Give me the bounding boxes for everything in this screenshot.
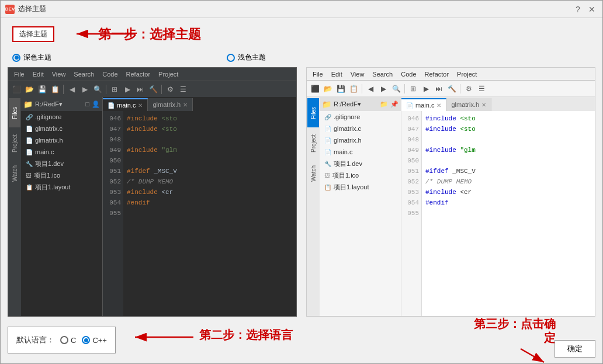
dark-file-panel-person[interactable]: 👤	[92, 100, 100, 108]
light-menu-refactor[interactable]: Refactor	[421, 70, 453, 79]
light-menu-bar: File Edit View Search Code Refactor Proj…	[307, 68, 595, 81]
file-icon-glmatrixh: 📄	[26, 137, 33, 144]
light-menu-project[interactable]: Project	[453, 70, 480, 79]
dark-toolbar-step[interactable]: ⏭	[134, 84, 146, 95]
light-file-gitignore[interactable]: 🔗.gitignore	[320, 111, 401, 123]
dark-toolbar-new[interactable]: ⬛	[11, 84, 22, 95]
dark-menu-code[interactable]: Code	[99, 70, 121, 79]
dark-toolbar-extra[interactable]: ⚙	[164, 84, 176, 95]
cpp-radio-label[interactable]: C++	[82, 336, 107, 345]
c-radio-label-text: C	[71, 336, 76, 345]
light-menu-edit[interactable]: Edit	[328, 70, 346, 79]
dark-file-dev[interactable]: 🔧项目1.dev	[21, 158, 102, 169]
dark-toolbar-save[interactable]: 💾	[36, 84, 48, 95]
light-toolbar-grid[interactable]: ⊞	[407, 83, 419, 95]
light-toolbar-run[interactable]: ▶	[420, 83, 432, 95]
close-button[interactable]: ✕	[586, 4, 598, 15]
light-toolbar-open[interactable]: 📂	[322, 83, 334, 95]
dark-menu-file[interactable]: File	[11, 70, 28, 79]
dark-toolbar-build[interactable]: 🔨	[147, 84, 159, 95]
dark-toolbar-run[interactable]: ▶	[122, 84, 133, 95]
light-tab-mainc[interactable]: 📄 main.c ✕	[401, 98, 446, 111]
light-toolbar-step[interactable]: ⏭	[433, 83, 445, 95]
dark-toolbar-saveall[interactable]: 📋	[49, 84, 61, 95]
dark-file-glmatrixh[interactable]: 📄glmatrix.h	[21, 134, 102, 146]
confirm-button[interactable]: 确定	[555, 340, 595, 358]
dark-ide-panel: File Edit View Search Code Refactor Proj…	[8, 67, 297, 317]
code-line-054: #endif	[127, 197, 293, 208]
dark-tab-glmatrixh[interactable]: glmatrix.h ✕	[148, 98, 193, 111]
light-file-list: 🔗.gitignore 📄glmatrix.c 📄glmatrix.h 📄mai…	[320, 111, 401, 316]
light-code-line-052: /* DUMP MEMO	[425, 176, 591, 187]
light-watch-tab[interactable]: Watch	[307, 159, 319, 188]
light-file-panel-pin[interactable]: 📌	[390, 100, 398, 108]
dark-tab-glmatrixh-close[interactable]: ✕	[183, 102, 188, 108]
light-file-ico[interactable]: 🖼项目1.ico	[320, 169, 401, 181]
light-project-tab[interactable]: Project	[307, 129, 319, 158]
choose-theme-button[interactable]: 选择主题	[12, 26, 54, 42]
dark-file-panel-header: 📁 R:/RedF▾ □ 👤	[21, 97, 102, 111]
dark-file-glmatrixc[interactable]: 📄glmatrix.c	[21, 123, 102, 134]
light-toolbar-save[interactable]: 💾	[335, 83, 346, 95]
light-toolbar-fwd[interactable]: ▶	[377, 83, 389, 95]
light-toolbar-build[interactable]: 🔨	[446, 83, 458, 95]
dark-menu-project[interactable]: Project	[155, 70, 182, 79]
dark-menu-edit[interactable]: Edit	[29, 70, 47, 79]
dark-watch-tab[interactable]: Watch	[9, 159, 20, 188]
light-tab-glmatrixh-close[interactable]: ✕	[481, 102, 486, 108]
light-file-mainc[interactable]: 📄main.c	[320, 146, 401, 158]
light-code-line-049: #include "glm	[425, 145, 591, 155]
dark-toolbar-zoom[interactable]: 🔍	[92, 84, 103, 95]
dark-toolbar-back[interactable]: ◀	[66, 84, 78, 95]
light-menu-code[interactable]: Code	[397, 70, 420, 79]
light-files-tab[interactable]: Files	[307, 98, 319, 127]
dark-file-gitignore[interactable]: 🔗.gitignore	[21, 111, 102, 123]
dark-tab-mainc-close[interactable]: ✕	[138, 102, 143, 109]
light-file-icon-gitignore: 🔗	[324, 114, 331, 120]
dark-file-ico[interactable]: 🖼项目1.ico	[21, 169, 102, 181]
light-file-glmatrixh[interactable]: 📄glmatrix.h	[320, 134, 401, 146]
dark-files-tab[interactable]: Files	[9, 98, 20, 127]
dark-file-panel-new[interactable]: □	[85, 100, 89, 108]
dark-tab-mainc[interactable]: 📄 main.c ✕	[103, 98, 148, 111]
light-tab-glmatrixh[interactable]: glmatrix.h ✕	[446, 98, 491, 111]
help-button[interactable]: ?	[572, 4, 584, 15]
dark-file-layout[interactable]: 📋项目1.layout	[21, 181, 102, 193]
dark-toolbar-open[interactable]: 📂	[23, 84, 35, 95]
light-tab-mainc-close[interactable]: ✕	[436, 102, 441, 109]
light-toolbar-new[interactable]: ⬛	[309, 83, 321, 95]
light-toolbar-zoom[interactable]: 🔍	[390, 83, 402, 95]
light-menu-file[interactable]: File	[309, 70, 327, 79]
light-theme-label: 浅色主题	[238, 53, 266, 63]
dark-toolbar-grid[interactable]: ⊞	[109, 84, 120, 95]
dark-toolbar-list[interactable]: ☰	[177, 84, 189, 95]
light-code-line-047: #include <sto	[425, 124, 591, 134]
light-file-layout[interactable]: 📋项目1.layout	[320, 181, 401, 193]
light-theme-radio[interactable]: 浅色主题	[227, 53, 266, 63]
dark-menu-refactor[interactable]: Refactor	[123, 70, 154, 79]
light-menu-search[interactable]: Search	[369, 70, 396, 79]
light-menu-view[interactable]: View	[347, 70, 368, 79]
dark-menu-search[interactable]: Search	[70, 70, 98, 79]
light-toolbar-list[interactable]: ☰	[476, 83, 487, 95]
c-radio-label[interactable]: C	[60, 336, 76, 345]
dark-project-tab[interactable]: Project	[9, 129, 20, 158]
light-toolbar-extra[interactable]: ⚙	[463, 83, 474, 95]
code-line-052: /* DUMP MEMO	[127, 176, 293, 187]
light-toolbar-saveall[interactable]: 📋	[348, 83, 359, 95]
main-dialog: DEV 选择主题 ? ✕ 选择主题 第一步：选择主题 深色主题	[0, 0, 603, 364]
dark-file-mainc[interactable]: 📄main.c	[21, 146, 102, 158]
dark-toolbar-fwd[interactable]: ▶	[79, 84, 91, 95]
dark-menu-view[interactable]: View	[48, 70, 70, 79]
light-file-panel-new[interactable]: 📁	[380, 100, 388, 108]
light-file-glmatrixc[interactable]: 📄glmatrix.c	[320, 123, 401, 134]
dark-code-lines: #include <sto #include <sto #include "gl…	[123, 111, 296, 316]
dark-theme-radio[interactable]: 深色主题	[12, 53, 51, 63]
titlebar-controls: ? ✕	[572, 4, 598, 15]
light-toolbar-back[interactable]: ◀	[365, 83, 376, 95]
titlebar: DEV 选择主题 ? ✕	[1, 1, 602, 18]
language-label: 默认语言：	[16, 335, 54, 345]
light-file-dev[interactable]: 🔧项目1.dev	[320, 158, 401, 169]
light-line-numbers: 046047048049050051052053054055	[401, 111, 422, 316]
light-toolbar: ⬛ 📂 💾 📋 ◀ ▶ 🔍 ⊞ ▶ ⏭ 🔨 ⚙ ☰	[307, 81, 595, 97]
